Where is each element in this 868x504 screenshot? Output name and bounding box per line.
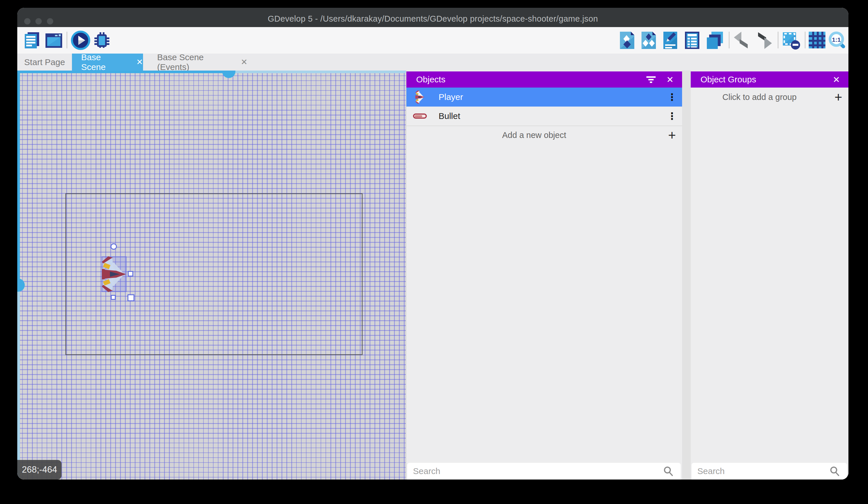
search-icon[interactable]: [663, 466, 681, 477]
project-manager-button[interactable]: [23, 31, 40, 50]
zoom-1-1-icon: 1:1: [828, 31, 847, 50]
object-name: Player: [438, 92, 662, 102]
horizontal-scrollbar-track[interactable]: [229, 71, 406, 73]
main-toolbar: 1:1: [17, 27, 848, 53]
toggle-object-groups-panel-button[interactable]: [640, 31, 657, 50]
zoom-1-1-label: 1:1: [832, 36, 841, 43]
objects-search-input[interactable]: [407, 466, 663, 476]
window-icon: [44, 31, 63, 50]
toggle-instances-list-button[interactable]: [684, 31, 701, 50]
objects-panel: Objects ✕: [406, 71, 682, 480]
vertical-scrollbar-track[interactable]: [17, 285, 20, 480]
screenshot-stage: GDevelop 5 - /Users/dkarakay/Documents/G…: [0, 0, 868, 504]
editor-tab-bar: Start Page Base Scene ✕ Base Scene (Even…: [17, 53, 848, 71]
player-thumbnail-icon: [413, 90, 427, 104]
layers-panel-icon: [706, 31, 724, 50]
bullet-thumbnail-icon: [413, 113, 427, 119]
add-object-label: Add a new object: [406, 130, 662, 140]
debug-bug-icon: [92, 31, 112, 50]
object-groups-panel-header: Object Groups ✕: [691, 71, 848, 88]
tab-base-scene-events[interactable]: Base Scene (Events) ✕: [144, 53, 248, 71]
close-panel-icon[interactable]: ✕: [662, 74, 678, 85]
horizontal-scrollbar-thumb[interactable]: [222, 71, 235, 78]
add-group-plus-icon[interactable]: +: [828, 89, 848, 105]
toggle-layers-panel-button[interactable]: [706, 31, 724, 50]
object-row-player[interactable]: Player ⋮: [406, 88, 682, 107]
objects-search-bar: [407, 463, 681, 480]
objects-panel-icon: [619, 31, 636, 50]
app-window: GDevelop 5 - /Users/dkarakay/Documents/G…: [17, 8, 848, 480]
toolbar-separator: [66, 32, 68, 48]
tab-start-page[interactable]: Start Page: [17, 53, 72, 71]
start-page-button[interactable]: [44, 31, 63, 50]
scene-canvas[interactable]: 268;-464: [17, 71, 406, 480]
tab-label: Base Scene: [81, 52, 123, 72]
toggle-grid-button[interactable]: [808, 31, 826, 50]
resize-handle-bottom[interactable]: [111, 295, 116, 300]
toggle-window-mask-button[interactable]: [782, 31, 800, 50]
undo-button[interactable]: [733, 31, 751, 50]
grid-icon: [808, 31, 826, 49]
object-menu-icon[interactable]: ⋮: [662, 110, 682, 122]
toggle-objects-panel-button[interactable]: [619, 31, 636, 50]
close-tab-icon[interactable]: ✕: [241, 57, 248, 67]
redo-button[interactable]: [755, 31, 773, 50]
object-groups-panel-icon: [640, 31, 657, 50]
vertical-scrollbar[interactable]: [17, 71, 20, 285]
instances-list-icon: [684, 31, 701, 50]
zoom-original-button[interactable]: 1:1: [828, 31, 847, 50]
cursor-coordinates-badge: 268;-464: [17, 460, 62, 480]
object-name: Bullet: [438, 111, 662, 121]
groups-search-input[interactable]: [692, 466, 829, 476]
object-groups-panel: Object Groups ✕ Click to add a group +: [691, 71, 848, 480]
groups-search-bar: [692, 463, 847, 480]
debug-button[interactable]: [92, 31, 112, 49]
object-menu-icon[interactable]: ⋮: [662, 91, 682, 103]
add-group-label: Click to add a group: [691, 92, 828, 102]
vertical-scrollbar-thumb[interactable]: [17, 279, 25, 292]
toolbar-separator: [778, 32, 778, 48]
close-tab-icon[interactable]: ✕: [136, 57, 143, 67]
horizontal-scrollbar[interactable]: [17, 71, 229, 73]
objects-panel-title: Objects: [416, 74, 646, 84]
play-button[interactable]: [71, 31, 90, 49]
project-manager-icon: [23, 31, 40, 50]
close-panel-icon[interactable]: ✕: [828, 74, 844, 85]
add-object-row[interactable]: Add a new object +: [406, 126, 682, 144]
tab-label: Base Scene (Events): [157, 52, 228, 72]
toolbar-separator: [805, 32, 806, 48]
panel-divider[interactable]: [682, 71, 691, 480]
filter-icon[interactable]: [646, 75, 662, 84]
editor-content: 268;-464 Objects ✕: [17, 71, 848, 480]
object-row-bullet[interactable]: Bullet ⋮: [406, 107, 682, 125]
add-group-row[interactable]: Click to add a group +: [691, 88, 848, 107]
window-mask-icon: [782, 31, 800, 50]
properties-panel-icon: [662, 31, 679, 50]
object-groups-panel-title: Object Groups: [701, 74, 828, 84]
play-icon: [71, 31, 90, 50]
tab-label: Start Page: [24, 57, 65, 67]
tab-base-scene[interactable]: Base Scene ✕: [72, 53, 143, 71]
resize-handle-corner[interactable]: [127, 294, 134, 301]
resize-handle-right[interactable]: [128, 271, 133, 276]
toggle-properties-panel-button[interactable]: [662, 31, 679, 50]
toolbar-separator: [729, 32, 730, 48]
objects-panel-header: Objects ✕: [406, 71, 682, 88]
redo-icon: [755, 31, 773, 50]
undo-icon: [733, 31, 751, 50]
title-bar: GDevelop 5 - /Users/dkarakay/Documents/G…: [17, 8, 848, 27]
player-instance-sprite[interactable]: [101, 256, 127, 293]
add-object-plus-icon[interactable]: +: [662, 127, 682, 143]
window-title: GDevelop 5 - /Users/dkarakay/Documents/G…: [17, 8, 848, 27]
rotate-handle[interactable]: [111, 243, 117, 250]
search-icon[interactable]: [829, 466, 847, 477]
